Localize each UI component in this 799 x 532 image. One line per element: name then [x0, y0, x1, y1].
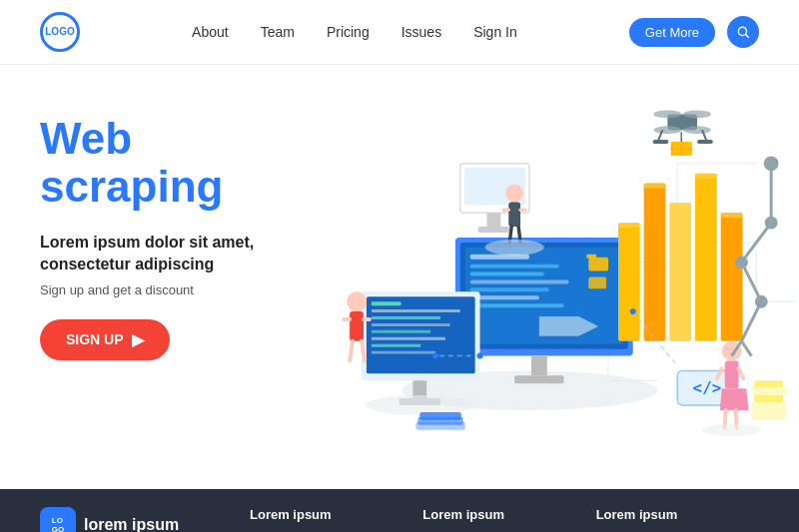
svg-point-71	[702, 424, 761, 436]
svg-point-84	[683, 110, 711, 118]
svg-marker-66	[720, 388, 749, 410]
footer-col-2: Lorem ipsum Lorem ipsum dolor sit amet,c…	[412, 507, 585, 532]
svg-text:</>: </>	[693, 378, 722, 397]
svg-rect-28	[372, 330, 430, 333]
svg-point-79	[756, 296, 766, 306]
svg-rect-59	[669, 203, 691, 208]
footer-brand: LOGO lorem ipsum Lorem ipsum dolor sit a…	[40, 507, 240, 532]
svg-point-45	[505, 185, 523, 203]
svg-rect-100	[751, 400, 786, 420]
footer-logo-icon: LOGO	[40, 507, 76, 532]
svg-rect-36	[350, 311, 364, 341]
header-actions: Get More	[629, 16, 759, 48]
svg-line-75	[742, 301, 762, 341]
nav-pricing[interactable]: Pricing	[327, 24, 370, 40]
svg-rect-31	[372, 351, 435, 354]
svg-rect-18	[586, 255, 596, 259]
svg-line-68	[739, 368, 744, 378]
header: LOGO About Team Pricing Issues Sign In G…	[0, 0, 799, 65]
svg-point-78	[737, 258, 747, 267]
svg-line-1	[746, 35, 749, 38]
svg-rect-57	[618, 223, 640, 228]
hero-content: Web scraping Lorem ipsum dolor sit amet,…	[0, 65, 260, 489]
svg-rect-11	[470, 272, 544, 276]
svg-point-86	[683, 126, 711, 134]
svg-rect-58	[644, 184, 666, 189]
svg-rect-52	[618, 223, 640, 341]
footer-col-3-title: Lorem ipsum	[596, 507, 749, 522]
svg-point-106	[477, 353, 483, 359]
footer: LOGO lorem ipsum Lorem ipsum dolor sit a…	[0, 489, 799, 532]
footer-col-1-title: Lorem ipsum	[250, 507, 402, 522]
svg-line-39	[350, 341, 353, 361]
svg-point-105	[432, 353, 438, 359]
footer-col-3: Lorem ipsum Lorem ipsum dolor sit amet,c…	[586, 507, 759, 532]
svg-rect-60	[695, 174, 717, 179]
nav-issues[interactable]: Issues	[401, 24, 441, 40]
search-icon	[736, 25, 750, 39]
logo: LOGO	[40, 12, 80, 52]
svg-point-51	[485, 240, 544, 256]
svg-rect-23	[367, 296, 475, 373]
hero-subtitle: Lorem ipsum dolor sit amet,consectetur a…	[40, 232, 260, 276]
svg-rect-21	[514, 375, 563, 383]
svg-point-77	[766, 218, 776, 228]
signup-button[interactable]: SIGN UP ▶	[40, 319, 170, 360]
svg-rect-14	[470, 295, 539, 299]
footer-col-1: Lorem ipsum Lorem ipsum dolor sit amet,c…	[240, 507, 412, 532]
svg-rect-15	[470, 303, 564, 307]
search-button[interactable]	[727, 16, 759, 48]
svg-line-81	[742, 341, 752, 356]
nav-team[interactable]: Team	[261, 24, 295, 40]
svg-rect-19	[588, 277, 606, 289]
svg-rect-10	[470, 265, 559, 268]
svg-rect-43	[487, 213, 501, 227]
svg-rect-53	[644, 184, 666, 341]
svg-rect-20	[531, 356, 547, 376]
svg-rect-103	[754, 380, 783, 387]
svg-line-74	[742, 263, 762, 302]
svg-rect-89	[653, 140, 669, 144]
svg-rect-29	[372, 337, 445, 340]
nav-signin[interactable]: Sign In	[473, 24, 517, 40]
svg-rect-44	[478, 227, 510, 233]
svg-rect-12	[470, 279, 569, 283]
svg-rect-26	[372, 316, 440, 319]
svg-point-0	[738, 27, 746, 35]
svg-point-35	[347, 291, 367, 311]
hero-title: Web scraping	[40, 115, 260, 212]
footer-brand-name: lorem ipsum	[84, 516, 179, 532]
footer-col-2-title: Lorem ipsum	[422, 507, 575, 522]
footer-columns: Lorem ipsum Lorem ipsum dolor sit amet,c…	[240, 507, 759, 532]
main-section: Web scraping Lorem ipsum dolor sit amet,…	[0, 65, 799, 489]
get-more-button[interactable]: Get More	[629, 18, 715, 47]
svg-rect-27	[372, 323, 450, 326]
svg-rect-13	[470, 287, 549, 291]
svg-rect-46	[508, 202, 520, 227]
svg-point-76	[765, 158, 777, 170]
svg-rect-90	[697, 140, 713, 144]
svg-point-83	[654, 110, 682, 118]
svg-point-85	[654, 126, 682, 134]
svg-rect-55	[695, 174, 717, 341]
svg-rect-56	[721, 213, 743, 340]
svg-rect-54	[669, 203, 691, 340]
svg-rect-30	[372, 344, 420, 347]
svg-rect-25	[372, 309, 460, 312]
hero-illustration: </>	[260, 65, 799, 489]
hero-desc: Sign up and get a discount	[40, 282, 260, 297]
svg-rect-99	[419, 412, 461, 420]
main-nav: About Team Pricing Issues Sign In	[192, 24, 517, 40]
svg-rect-61	[721, 213, 743, 218]
arrow-icon: ▶	[132, 330, 144, 349]
svg-rect-24	[372, 301, 401, 305]
svg-rect-65	[725, 361, 739, 389]
nav-about[interactable]: About	[192, 24, 229, 40]
logo-icon: LOGO	[40, 12, 80, 52]
footer-logo-row: LOGO lorem ipsum	[40, 507, 240, 532]
svg-point-108	[630, 308, 636, 314]
svg-rect-17	[588, 258, 608, 271]
